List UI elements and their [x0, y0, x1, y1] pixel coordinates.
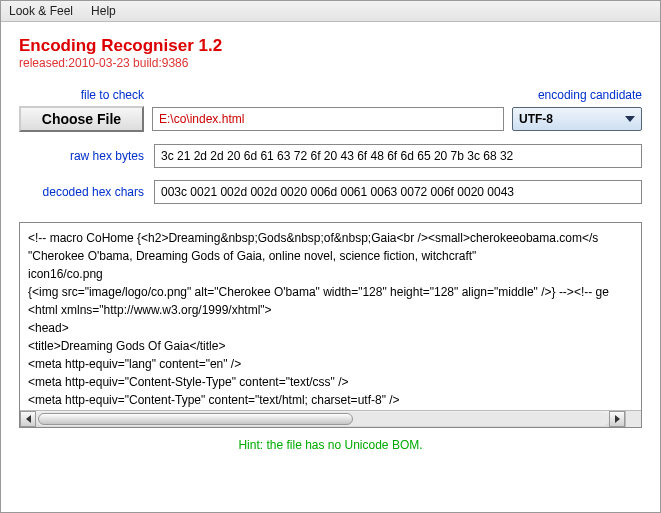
raw-hex-label: raw hex bytes	[19, 149, 154, 163]
file-to-check-label: file to check	[19, 88, 154, 102]
dump-line: <meta http-equiv="Content-Type" content=…	[28, 391, 633, 409]
scroll-right-button[interactable]	[609, 411, 625, 427]
dump-line: <title>Dreaming Gods Of Gaia</title>	[28, 337, 633, 355]
scroll-track[interactable]	[36, 412, 609, 426]
encoding-select[interactable]: UTF-8	[512, 107, 642, 131]
dump-line: <html xmlns="http://www.w3.org/1999/xhtm…	[28, 301, 633, 319]
menu-look-feel[interactable]: Look & Feel	[9, 4, 73, 18]
arrow-left-icon	[26, 415, 31, 423]
dump-line: icon16/co.png	[28, 265, 633, 283]
encoding-selected-value: UTF-8	[519, 112, 553, 126]
dump-content: <!-- macro CoHome {<h2>Dreaming&nbsp;God…	[20, 223, 641, 409]
dump-line: <meta http-equiv="lang" content="en" />	[28, 355, 633, 373]
decoded-hex-input[interactable]	[154, 180, 642, 204]
dump-line: <!-- macro CoHome {<h2>Dreaming&nbsp;God…	[28, 229, 633, 247]
file-path-input[interactable]	[152, 107, 504, 131]
scroll-left-button[interactable]	[20, 411, 36, 427]
arrow-right-icon	[615, 415, 620, 423]
chevron-down-icon	[625, 116, 635, 122]
horizontal-scrollbar[interactable]	[20, 410, 625, 427]
hint-text: Hint: the file has no Unicode BOM.	[19, 438, 642, 452]
choose-file-button[interactable]: Choose File	[19, 106, 144, 132]
scroll-corner	[625, 410, 641, 427]
dump-line: <meta http-equiv="Content-Style-Type" co…	[28, 373, 633, 391]
dump-line: "Cherokee O'bama, Dreaming Gods of Gaia,…	[28, 247, 633, 265]
dump-line: {<img src="image/logo/co.png" alt="Chero…	[28, 283, 633, 301]
encoding-candidate-label: encoding candidate	[538, 88, 642, 102]
release-info: released:2010-03-23 build:9386	[19, 56, 642, 70]
dump-textarea[interactable]: <!-- macro CoHome {<h2>Dreaming&nbsp;God…	[19, 222, 642, 428]
scroll-thumb[interactable]	[38, 413, 353, 425]
decoded-hex-label: decoded hex chars	[19, 185, 154, 199]
menu-help[interactable]: Help	[91, 4, 116, 18]
content-pane: Encoding Recogniser 1.2 released:2010-03…	[1, 22, 660, 458]
dump-line: <head>	[28, 319, 633, 337]
app-title: Encoding Recogniser 1.2	[19, 36, 642, 56]
app-window: Look & Feel Help Encoding Recogniser 1.2…	[0, 0, 661, 513]
menubar: Look & Feel Help	[1, 1, 660, 22]
raw-hex-input[interactable]	[154, 144, 642, 168]
